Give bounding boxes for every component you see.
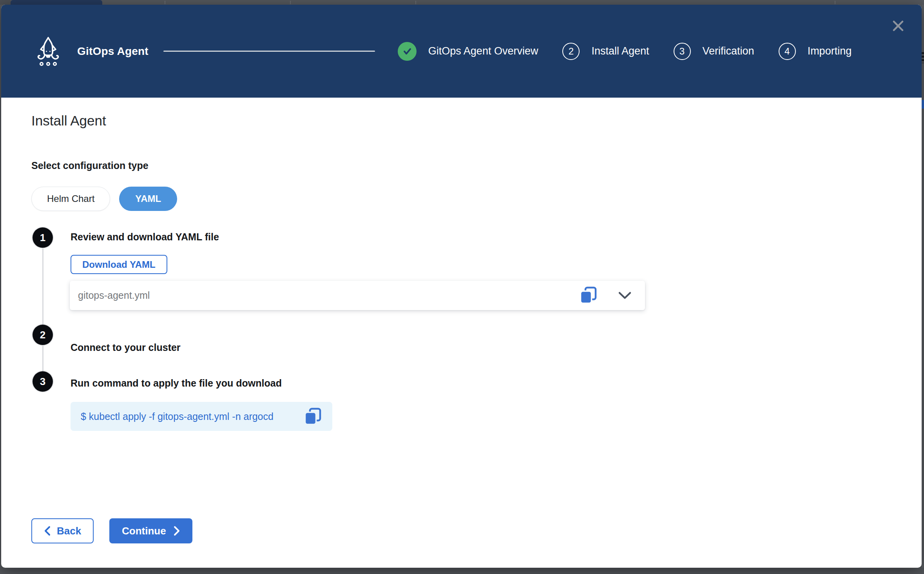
config-type-label: Select configuration type (31, 160, 149, 171)
stepper-item-overview[interactable]: GitOps Agent Overview (398, 42, 538, 61)
step-number-badge: 3 (674, 43, 691, 60)
product-title: GitOps Agent (77, 45, 149, 58)
kubectl-command-box: $ kubectl apply -f gitops-agent.yml -n a… (71, 402, 332, 431)
yaml-file-row[interactable]: gitops-agent.yml (70, 281, 645, 310)
step-connector (42, 346, 43, 371)
step-1-number: 1 (33, 227, 53, 248)
step-2-heading: Connect to your cluster (71, 342, 181, 353)
tab-separator (165, 1, 165, 4)
continue-button[interactable]: Continue (109, 518, 192, 543)
step-2-number: 2 (33, 325, 53, 345)
gitops-agent-squid-icon (33, 35, 64, 68)
config-type-toggle: Helm Chart YAML (31, 187, 177, 211)
step-connector (42, 249, 43, 325)
chevron-down-icon[interactable] (618, 291, 632, 300)
tab-separator (415, 1, 416, 4)
page-edge-sliver (922, 5, 924, 568)
stepper-item-install-agent[interactable]: 2 Install Agent (562, 43, 649, 60)
kubectl-command-text: $ kubectl apply -f gitops-agent.yml -n a… (81, 411, 304, 422)
option-helm-chart[interactable]: Helm Chart (31, 187, 110, 211)
stepper-item-importing[interactable]: 4 Importing (779, 43, 852, 60)
check-icon (401, 45, 413, 57)
wizard-header: GitOps Agent GitOps Agent Overview 2 Ins… (1, 5, 922, 98)
chevron-left-icon (44, 526, 51, 536)
tabs-corner (0, 0, 11, 5)
download-yaml-button[interactable]: Download YAML (71, 255, 167, 274)
gitops-agent-wizard-modal: GitOps Agent GitOps Agent Overview 2 Ins… (1, 5, 922, 568)
page-title: Install Agent (31, 113, 106, 129)
wizard-stepper: GitOps Agent Overview 2 Install Agent 3 … (398, 42, 852, 61)
copy-icon[interactable] (304, 407, 322, 426)
chevron-right-icon (173, 526, 180, 536)
clipped-text-fragment (922, 100, 924, 109)
back-button-label: Back (57, 525, 81, 537)
hamburger-icon (922, 52, 924, 63)
tab-separator (835, 1, 835, 4)
step-number-badge: 4 (779, 43, 796, 60)
continue-button-label: Continue (122, 525, 166, 537)
active-browser-tab[interactable] (11, 0, 102, 5)
stepper-label: Importing (808, 45, 852, 57)
back-button[interactable]: Back (31, 518, 94, 543)
step-3-heading: Run command to apply the file you downlo… (71, 378, 282, 389)
header-divider (163, 51, 375, 52)
stepper-label: Install Agent (591, 45, 649, 57)
close-icon[interactable] (891, 19, 905, 33)
stepper-label: GitOps Agent Overview (428, 45, 538, 57)
step-number-badge: 2 (562, 43, 580, 60)
step-1-heading: Review and download YAML file (71, 231, 219, 243)
copy-icon[interactable] (579, 286, 598, 305)
stepper-item-verification[interactable]: 3 Verification (674, 43, 754, 60)
step-complete-badge (398, 42, 417, 61)
option-yaml[interactable]: YAML (119, 187, 177, 211)
tab-separator (290, 1, 291, 4)
yaml-file-name: gitops-agent.yml (78, 290, 579, 301)
step-3-number: 3 (33, 371, 53, 392)
browser-tabs-strip (0, 0, 924, 5)
stepper-label: Verification (703, 45, 754, 57)
